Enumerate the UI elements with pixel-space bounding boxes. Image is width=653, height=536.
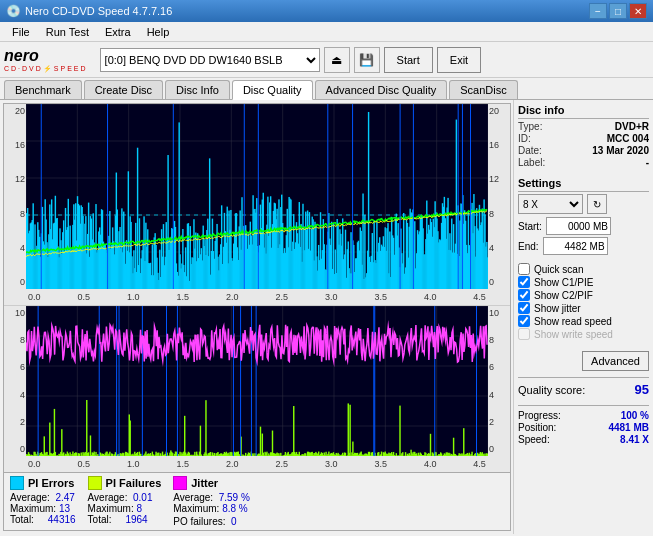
menu-run-test[interactable]: Run Test <box>38 24 97 40</box>
show-jitter-checkbox[interactable] <box>518 302 530 314</box>
pi-failures-color <box>88 476 102 490</box>
start-button[interactable]: Start <box>384 47 433 73</box>
disc-label-row: Label: - <box>518 157 649 168</box>
show-write-speed-row: Show write speed <box>518 328 649 340</box>
top-chart-area <box>26 104 488 289</box>
speed-row: Speed: 8.41 X <box>518 434 649 445</box>
refresh-button[interactable]: ↻ <box>587 194 607 214</box>
right-panel: Disc info Type: DVD+R ID: MCC 004 Date: … <box>513 100 653 534</box>
main-content: 201612840 201612840 0.00.51.01.52.02. <box>0 100 653 534</box>
show-write-speed-checkbox[interactable] <box>518 328 530 340</box>
title-bar-text: Nero CD-DVD Speed 4.7.7.16 <box>25 5 172 17</box>
app-icon: 💿 <box>6 4 21 18</box>
po-failures: PO failures: 0 <box>173 516 250 527</box>
pi-errors-maximum: Maximum: 13 <box>10 503 76 514</box>
jitter-label: Jitter <box>191 477 218 489</box>
drive-selector[interactable]: [0:0] BENQ DVD DD DW1640 BSLB <box>100 48 320 72</box>
y-axis-bottom-right: 1086420 <box>488 306 510 456</box>
jitter-color <box>173 476 187 490</box>
maximize-button[interactable]: □ <box>609 3 627 19</box>
show-c1-pie-row: Show C1/PIE <box>518 276 649 288</box>
tab-benchmark[interactable]: Benchmark <box>4 80 82 99</box>
show-read-speed-row: Show read speed <box>518 315 649 327</box>
show-c1-pie-checkbox[interactable] <box>518 276 530 288</box>
tab-advanced-disc-quality[interactable]: Advanced Disc Quality <box>315 80 448 99</box>
disc-info-title: Disc info <box>518 104 649 119</box>
bottom-chart-area <box>26 306 488 456</box>
y-axis-top-left: 201612840 <box>4 104 26 289</box>
stat-pi-failures: PI Failures Average: 0.01 Maximum: 8 Tot… <box>88 476 162 525</box>
settings-section: Settings 8 X4 X2 X1 XMAX ↻ Start: End: <box>518 177 649 259</box>
nero-brand-top: nero <box>4 47 88 65</box>
tab-disc-info[interactable]: Disc Info <box>165 80 230 99</box>
menu-extra[interactable]: Extra <box>97 24 139 40</box>
stat-jitter: Jitter Average: 7.59 % Maximum: 8.8 % PO… <box>173 476 250 527</box>
advanced-button[interactable]: Advanced <box>582 351 649 371</box>
nero-brand-sub: CD·DVD⚡SPEED <box>4 65 88 73</box>
disc-date-row: Date: 13 Mar 2020 <box>518 145 649 156</box>
stat-pi-errors: PI Errors Average: 2.47 Maximum: 13 Tota… <box>10 476 76 525</box>
show-c2-pif-row: Show C2/PIF <box>518 289 649 301</box>
quick-scan-row: Quick scan <box>518 263 649 275</box>
tab-bar: Benchmark Create Disc Disc Info Disc Qua… <box>0 78 653 100</box>
disc-type-row: Type: DVD+R <box>518 121 649 132</box>
show-jitter-row: Show jitter <box>518 302 649 314</box>
progress-row: Progress: 100 % <box>518 410 649 421</box>
save-button[interactable]: 💾 <box>354 47 380 73</box>
quick-scan-checkbox[interactable] <box>518 263 530 275</box>
disc-info-section: Disc info Type: DVD+R ID: MCC 004 Date: … <box>518 104 649 169</box>
menu-help[interactable]: Help <box>139 24 178 40</box>
pi-failures-maximum: Maximum: 8 <box>88 503 162 514</box>
pi-errors-total: Total: 44316 <box>10 514 76 525</box>
nero-logo: nero CD·DVD⚡SPEED <box>4 47 88 73</box>
speed-select[interactable]: 8 X4 X2 X1 XMAX <box>518 194 583 214</box>
checkboxes-section: Quick scan Show C1/PIE Show C2/PIF Show … <box>518 263 649 341</box>
pi-errors-color <box>10 476 24 490</box>
end-input[interactable] <box>543 237 608 255</box>
quality-score-section: Quality score: 95 <box>518 377 649 397</box>
x-axis-top: 0.00.51.01.52.02.53.03.54.04.5 <box>4 289 510 305</box>
title-bar: 💿 Nero CD-DVD Speed 4.7.7.16 − □ ✕ <box>0 0 653 22</box>
show-read-speed-checkbox[interactable] <box>518 315 530 327</box>
tab-disc-quality[interactable]: Disc Quality <box>232 80 313 100</box>
pi-failures-average: Average: 0.01 <box>88 492 162 503</box>
eject-button[interactable]: ⏏ <box>324 47 350 73</box>
settings-title: Settings <box>518 177 649 192</box>
pi-failures-total: Total: 1964 <box>88 514 162 525</box>
pi-errors-label: PI Errors <box>28 477 74 489</box>
minimize-button[interactable]: − <box>589 3 607 19</box>
disc-id-row: ID: MCC 004 <box>518 133 649 144</box>
speed-setting-row: 8 X4 X2 X1 XMAX ↻ <box>518 194 649 214</box>
exit-button[interactable]: Exit <box>437 47 481 73</box>
position-row: Position: 4481 MB <box>518 422 649 433</box>
tab-scan-disc[interactable]: ScanDisc <box>449 80 517 99</box>
pi-failures-label: PI Failures <box>106 477 162 489</box>
toolbar: nero CD·DVD⚡SPEED [0:0] BENQ DVD DD DW16… <box>0 42 653 78</box>
tab-create-disc[interactable]: Create Disc <box>84 80 163 99</box>
start-input[interactable] <box>546 217 611 235</box>
y-axis-top-right: 201612840 <box>488 104 510 289</box>
start-row: Start: <box>518 217 649 235</box>
end-row: End: <box>518 237 649 255</box>
x-axis-bottom: 0.00.51.01.52.02.53.03.54.04.5 <box>4 456 510 472</box>
show-c2-pif-checkbox[interactable] <box>518 289 530 301</box>
progress-section: Progress: 100 % Position: 4481 MB Speed:… <box>518 405 649 446</box>
jitter-average: Average: 7.59 % <box>173 492 250 503</box>
stats-section: PI Errors Average: 2.47 Maximum: 13 Tota… <box>4 472 510 530</box>
jitter-maximum: Maximum: 8.8 % <box>173 503 250 514</box>
close-button[interactable]: ✕ <box>629 3 647 19</box>
pi-errors-average: Average: 2.47 <box>10 492 76 503</box>
y-axis-bottom-left: 1086420 <box>4 306 26 456</box>
menu-bar: File Run Test Extra Help <box>0 22 653 42</box>
menu-file[interactable]: File <box>4 24 38 40</box>
